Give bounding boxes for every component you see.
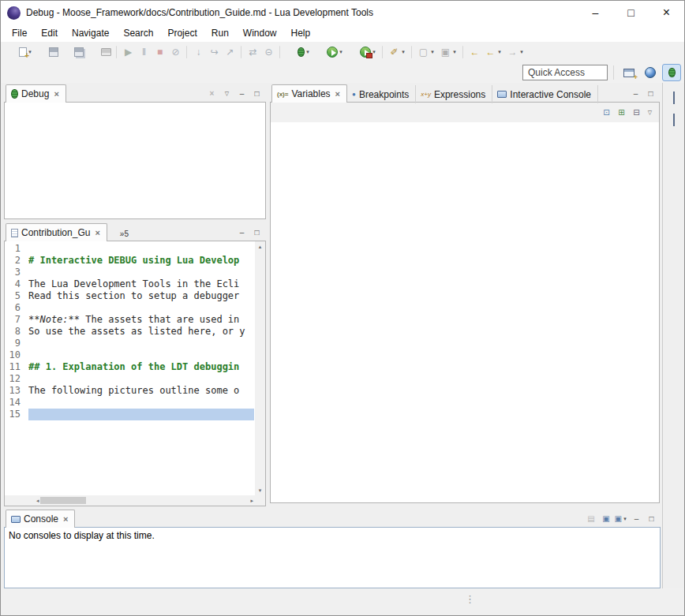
back-button[interactable]: ← ▾ <box>483 43 504 61</box>
close-tab-icon[interactable]: × <box>63 514 68 524</box>
new-button[interactable]: ▾ <box>6 43 35 61</box>
menu-item[interactable]: File <box>5 25 34 41</box>
dropdown-arrow-icon[interactable]: ▾ <box>429 49 436 55</box>
editor-vscrollbar[interactable]: ▴ ▾ <box>255 241 265 495</box>
maximize-view-button[interactable]: □ <box>250 87 264 100</box>
console-content[interactable]: No consoles to display at this time. <box>4 527 661 588</box>
tab-console[interactable]: Console × <box>6 510 75 528</box>
editor-line[interactable]: 6 <box>6 302 254 314</box>
restore-view-button[interactable] <box>673 114 675 125</box>
editor-content[interactable]: 1 2 # Interactive DEBUG using Lua Develo… <box>6 243 254 495</box>
tab-expressions[interactable]: x+y Expressions <box>416 85 492 103</box>
step-into-button[interactable]: ↓ ▾ <box>191 43 206 61</box>
editor-line[interactable]: 2 # Interactive DEBUG using Lua Develop <box>6 255 254 267</box>
scroll-up-icon[interactable]: ▴ <box>259 243 262 250</box>
lua-perspective-button[interactable] <box>641 64 660 81</box>
editor-line[interactable]: 11 ## 1. Explanation of the LDT debuggin <box>6 361 254 373</box>
skip-all-breakpoints-button[interactable]: ⊝ ▾ <box>261 43 276 61</box>
tab-variables[interactable]: (x)= Variables × <box>271 84 347 103</box>
dropdown-arrow-icon[interactable]: ▾ <box>622 516 628 522</box>
editor-line[interactable]: 4 The Lua Development Tools in the Ecli <box>6 278 254 290</box>
dropdown-arrow-icon[interactable]: ▾ <box>518 49 525 55</box>
restore-view-button[interactable] <box>673 92 675 103</box>
editor-line[interactable]: 8 So use the assets as listed here, or y <box>6 326 254 338</box>
menu-item[interactable]: Help <box>284 25 318 41</box>
scroll-down-icon[interactable]: ▾ <box>259 487 262 494</box>
minimize-view-button[interactable]: – <box>235 87 249 100</box>
maximize-view-button[interactable]: □ <box>645 512 658 525</box>
editor-line[interactable]: 12 <box>6 373 254 385</box>
history-button[interactable]: ▣ ▾ <box>438 43 459 61</box>
maximize-view-button[interactable]: □ <box>250 226 264 239</box>
resume-button[interactable]: ▶ ▾ <box>121 43 136 61</box>
editor-overflow-chevron[interactable]: »5 <box>120 227 129 238</box>
window-minimize-button[interactable]: – <box>578 1 613 24</box>
menu-item[interactable]: Search <box>116 25 160 41</box>
dropdown-arrow-icon[interactable]: ▾ <box>305 49 311 55</box>
run-button[interactable]: ▾ <box>313 43 346 61</box>
minimize-view-button[interactable]: – <box>235 226 249 239</box>
show-type-names-button[interactable]: ⊞ <box>615 106 628 119</box>
debug-perspective-button[interactable] <box>662 64 681 81</box>
terminate-button[interactable]: ■ ▾ <box>152 43 167 61</box>
remove-terminated-launches-button[interactable]: × <box>205 87 219 100</box>
dropdown-arrow-icon[interactable]: ▾ <box>400 49 406 55</box>
open-console-page-button[interactable]: ▤ ▾ <box>585 512 598 525</box>
view-menu-button[interactable]: ▽ <box>643 106 657 119</box>
open-console-button[interactable]: ▣ ▾ <box>615 512 628 525</box>
editor-line[interactable]: 5 Read this section to setup a debugger <box>6 290 254 302</box>
tab-interactive-console[interactable]: Interactive Console <box>492 85 598 103</box>
menu-item[interactable]: Edit <box>34 25 65 41</box>
editor-line[interactable]: 3 <box>6 267 254 278</box>
editor-line[interactable]: 13 The following pictures outline some o <box>6 385 254 397</box>
menu-item[interactable]: Window <box>236 25 284 41</box>
window-close-button[interactable]: × <box>649 1 684 24</box>
scrollbar-thumb[interactable] <box>40 497 86 504</box>
collapse-all-button[interactable]: ⊟ <box>630 106 643 119</box>
editor-line[interactable]: 15 <box>6 409 254 420</box>
debug-button[interactable]: ▾ <box>284 43 313 61</box>
editor-line[interactable]: 14 <box>6 397 254 409</box>
close-tab-icon[interactable]: × <box>54 89 58 99</box>
minimize-view-button[interactable]: – <box>629 87 642 100</box>
close-tab-icon[interactable]: × <box>95 228 99 237</box>
view-menu-button[interactable]: ▽ <box>220 87 234 100</box>
dropdown-arrow-icon[interactable]: ▾ <box>338 49 344 55</box>
show-logical-structure-button[interactable]: ⊡ <box>600 106 613 119</box>
tab-editor-contribution-guide[interactable]: Contribution_Gu × <box>6 223 107 241</box>
dropdown-arrow-icon[interactable]: ▾ <box>451 49 458 55</box>
tab-breakpoints[interactable]: ● Breakpoints <box>347 85 416 103</box>
menu-item[interactable]: Navigate <box>65 25 116 41</box>
sash-handle[interactable]: ⋮ <box>465 593 475 605</box>
disconnect-button[interactable]: ⊘ ▾ <box>168 43 183 61</box>
editor-line[interactable]: 1 <box>6 243 254 255</box>
external-tools-button[interactable]: ▾ <box>346 43 379 61</box>
editor-hscrollbar[interactable]: ◂ ▸ <box>35 495 255 506</box>
tab-debug[interactable]: Debug × <box>6 84 66 103</box>
print-button[interactable]: ▾ <box>88 43 113 61</box>
step-over-button[interactable]: ↪ ▾ <box>207 43 222 61</box>
use-step-filters-button[interactable]: ⇄ ▾ <box>245 43 260 61</box>
save-all-button[interactable]: ▾ <box>61 43 87 61</box>
menu-item[interactable]: Run <box>204 25 236 41</box>
title-bar[interactable]: Debug - Moose_Framework/docs/Contributio… <box>1 1 684 24</box>
display-selected-console-button[interactable]: ▣ ▾ <box>600 512 613 525</box>
step-return-button[interactable]: ↗ ▾ <box>223 43 238 61</box>
quick-access-button[interactable]: Quick Access <box>522 65 608 80</box>
dropdown-arrow-icon[interactable]: ▾ <box>496 49 503 55</box>
search-tool-button[interactable]: ✐ ▾ <box>387 43 408 61</box>
editor-line[interactable]: 7 **Note:** The assets that are used in <box>6 314 254 326</box>
suspend-button[interactable]: ‖ ▾ <box>137 43 152 61</box>
close-tab-icon[interactable]: × <box>335 89 340 99</box>
maximize-view-button[interactable]: □ <box>644 87 657 100</box>
debug-view-content[interactable] <box>4 102 266 219</box>
scrollbar-track[interactable] <box>39 496 251 505</box>
open-perspective-button[interactable] <box>619 64 638 81</box>
forward-button[interactable]: → ▾ <box>505 43 526 61</box>
window-maximize-button[interactable]: □ <box>613 1 649 24</box>
editor-line[interactable]: 9 <box>6 338 254 349</box>
minimize-view-button[interactable]: – <box>630 512 643 525</box>
menu-item[interactable]: Project <box>160 25 204 41</box>
scroll-right-icon[interactable]: ▸ <box>250 497 253 504</box>
editor-line[interactable]: 10 <box>6 349 254 361</box>
